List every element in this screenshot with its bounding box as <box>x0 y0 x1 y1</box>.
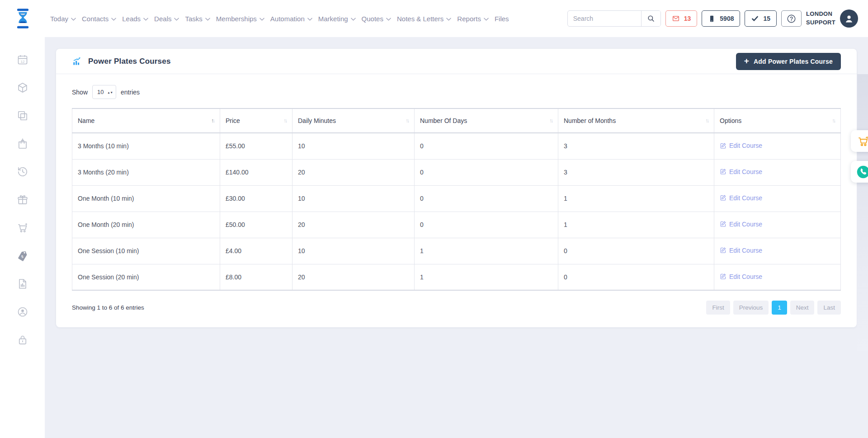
nav-item-label: Leads <box>122 15 141 23</box>
sidebar-item-shopping-bag[interactable] <box>16 137 29 150</box>
nav-item-deals[interactable]: Deals <box>154 13 179 24</box>
edit-course-label: Edit Course <box>729 273 762 280</box>
nav-item-memberships[interactable]: Memberships <box>216 13 265 24</box>
edit-course-link[interactable]: Edit Course <box>720 273 762 280</box>
cell-number-of-months: 3 <box>558 159 714 185</box>
column-header-price[interactable]: Price↑↓ <box>220 108 292 133</box>
column-label: Number of Months <box>564 117 616 124</box>
question-icon <box>786 14 797 24</box>
nav-item-label: Marketing <box>318 15 348 23</box>
floating-phone-button[interactable] <box>851 161 868 183</box>
nav-item-files[interactable]: Files <box>494 13 509 24</box>
add-course-button[interactable]: + Add Power Plates Course <box>736 53 841 70</box>
sidebar: 12$ <box>0 37 45 438</box>
sidebar-item-price-tag[interactable]: $ <box>16 250 29 262</box>
search-input[interactable] <box>568 11 641 26</box>
sort-icon[interactable]: ↑↓ <box>705 118 709 124</box>
cell-options: Edit Course <box>714 133 841 159</box>
pagination-first[interactable]: First <box>706 301 730 315</box>
page-length-select[interactable]: 10 <box>92 85 116 99</box>
sidebar-item-gift[interactable] <box>16 193 29 206</box>
cell-daily-minutes: 20 <box>292 212 415 238</box>
cell-number-of-days: 1 <box>415 238 558 264</box>
sidebar-item-lock[interactable] <box>16 334 29 346</box>
sort-icon[interactable]: ↑↓ <box>832 118 836 124</box>
edit-course-link[interactable]: Edit Course <box>720 247 762 254</box>
edit-course-link[interactable]: Edit Course <box>720 194 762 202</box>
table-row: 3 Months (20 min)£140.002003Edit Course <box>72 159 841 185</box>
nav-item-label: Today <box>50 15 68 23</box>
calls-badge[interactable]: 5908 <box>702 10 740 27</box>
nav-item-notes-letters[interactable]: Notes & Letters <box>396 13 452 24</box>
chevron-down-icon <box>446 18 451 21</box>
table-row: 3 Months (10 min)£55.001003Edit Course <box>72 133 841 159</box>
edit-course-label: Edit Course <box>729 221 762 228</box>
nav-item-today[interactable]: Today <box>50 13 76 24</box>
nav-item-tasks[interactable]: Tasks <box>184 13 210 24</box>
cell-price: £140.00 <box>220 159 292 185</box>
price-tag-icon: $ <box>17 250 28 262</box>
search-button[interactable] <box>641 11 660 26</box>
chevron-down-icon <box>386 18 391 21</box>
floating-cart-button[interactable] <box>851 130 868 152</box>
nav-item-quotes[interactable]: Quotes <box>361 13 392 24</box>
table-row: One Month (10 min)£30.001001Edit Course <box>72 185 841 212</box>
nav-item-leads[interactable]: Leads <box>122 13 149 24</box>
sort-icon[interactable]: ↑↓ <box>406 118 410 124</box>
scroll-strip[interactable] <box>857 74 868 351</box>
cell-name: One Month (20 min) <box>72 212 220 238</box>
nav-item-reports[interactable]: Reports <box>457 13 489 24</box>
chevron-down-icon <box>71 18 76 21</box>
column-label: Daily Minutes <box>298 117 336 124</box>
nav-item-label: Tasks <box>185 15 202 23</box>
pagination-next[interactable]: Next <box>790 301 815 315</box>
layout: 12$ Power Plates Courses + Add Power Pla… <box>0 37 868 438</box>
sort-icon[interactable]: ↑↓ <box>549 118 553 124</box>
tasks-badge[interactable]: 15 <box>745 10 777 27</box>
calendar-icon: 12 <box>17 54 28 66</box>
cell-options: Edit Course <box>714 159 841 185</box>
sidebar-item-user-circle[interactable] <box>16 306 29 318</box>
help-button[interactable] <box>781 10 802 27</box>
pagination-last[interactable]: Last <box>817 301 841 315</box>
sidebar-item-package[interactable] <box>16 81 29 94</box>
column-header-daily-minutes[interactable]: Daily Minutes↑↓ <box>292 108 415 133</box>
sidebar-item-copy[interactable] <box>16 109 29 122</box>
cell-number-of-months: 1 <box>558 212 714 238</box>
nav-item-label: Automation <box>270 15 305 23</box>
column-header-number-of-months[interactable]: Number of Months↑↓ <box>558 108 714 133</box>
cell-daily-minutes: 20 <box>292 264 415 290</box>
check-icon <box>751 14 759 23</box>
cell-name: 3 Months (10 min) <box>72 133 220 159</box>
nav-item-automation[interactable]: Automation <box>270 13 313 24</box>
envelope-icon <box>672 14 680 23</box>
sort-icon[interactable]: ↑↓ <box>283 118 288 124</box>
pagination-previous[interactable]: Previous <box>733 301 769 315</box>
cell-price: £55.00 <box>220 133 292 159</box>
sidebar-item-calendar[interactable]: 12 <box>16 53 29 66</box>
table-header-row: Name↑↓Price↑↓Daily Minutes↑↓Number Of Da… <box>72 108 841 133</box>
avatar[interactable] <box>840 9 858 28</box>
edit-course-link[interactable]: Edit Course <box>720 168 762 175</box>
column-header-name[interactable]: Name↑↓ <box>72 108 220 133</box>
sidebar-item-report[interactable] <box>16 278 29 290</box>
app-logo[interactable] <box>0 8 45 29</box>
sidebar-item-history[interactable] <box>16 165 29 178</box>
pagination-page-1[interactable]: 1 <box>772 301 787 315</box>
edit-course-link[interactable]: Edit Course <box>720 142 762 149</box>
column-header-number-of-days[interactable]: Number Of Days↑↓ <box>415 108 558 133</box>
package-icon <box>17 82 28 94</box>
cart-icon <box>17 222 28 234</box>
sort-icon[interactable]: ↑↓ <box>211 118 215 124</box>
nav-item-marketing[interactable]: Marketing <box>318 13 356 24</box>
table-length-toolbar: Show 10 ▲▼ entries <box>72 85 841 99</box>
edit-icon <box>720 194 726 201</box>
column-header-options[interactable]: Options↑↓ <box>714 108 841 133</box>
sidebar-item-cart[interactable] <box>16 221 29 234</box>
edit-course-link[interactable]: Edit Course <box>720 221 762 228</box>
entries-label: entries <box>121 89 140 96</box>
messages-badge[interactable]: 13 <box>665 10 698 27</box>
svg-text:12: 12 <box>20 60 25 64</box>
nav-item-label: Reports <box>457 15 481 23</box>
nav-item-contacts[interactable]: Contacts <box>81 13 117 24</box>
